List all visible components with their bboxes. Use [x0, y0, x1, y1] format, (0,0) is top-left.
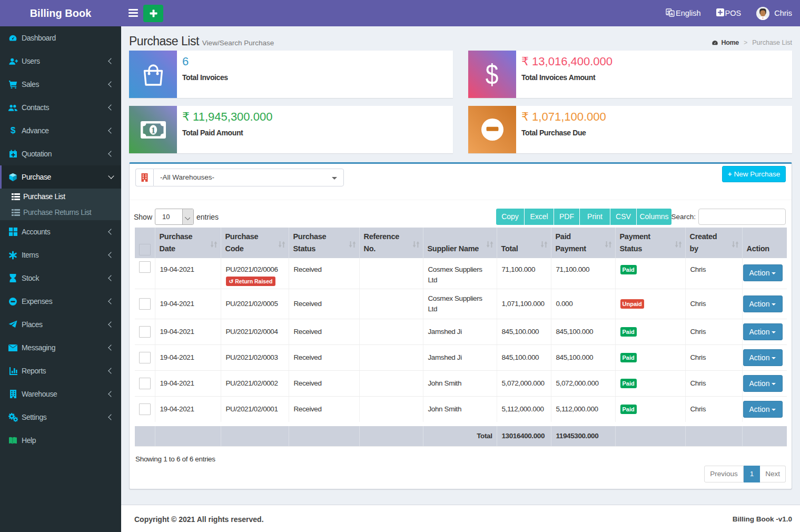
svg-text:1: 1 — [151, 125, 155, 135]
svg-text:A: A — [670, 12, 674, 16]
